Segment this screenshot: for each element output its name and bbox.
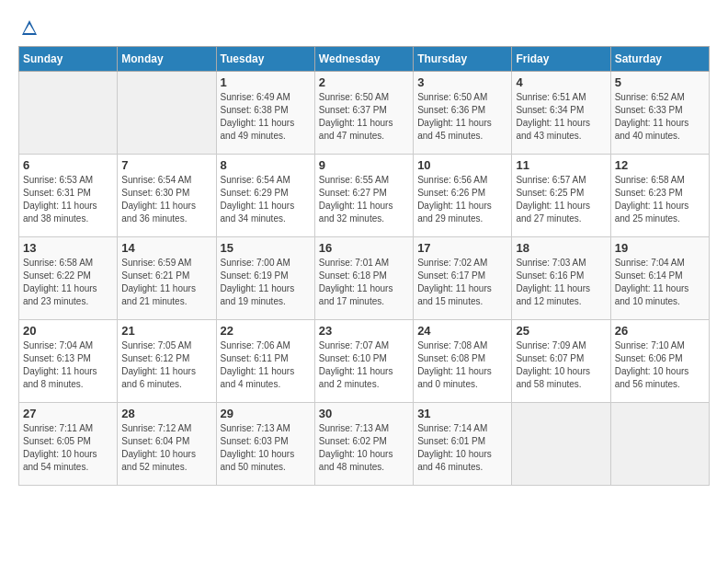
day-number: 9 — [319, 158, 409, 172]
calendar-cell: 3Sunrise: 6:50 AM Sunset: 6:36 PM Daylig… — [414, 72, 512, 155]
day-number: 7 — [121, 158, 211, 172]
day-info: Sunrise: 7:09 AM Sunset: 6:07 PM Dayligh… — [516, 339, 606, 391]
calendar-week-row: 6Sunrise: 6:53 AM Sunset: 6:31 PM Daylig… — [19, 155, 710, 237]
day-info: Sunrise: 6:53 AM Sunset: 6:31 PM Dayligh… — [23, 174, 113, 225]
calendar-cell: 31Sunrise: 7:14 AM Sunset: 6:01 PM Dayli… — [414, 403, 512, 486]
calendar-cell: 22Sunrise: 7:06 AM Sunset: 6:11 PM Dayli… — [216, 320, 314, 403]
day-info: Sunrise: 7:10 AM Sunset: 6:06 PM Dayligh… — [615, 339, 705, 391]
calendar-week-row: 1Sunrise: 6:49 AM Sunset: 6:38 PM Daylig… — [19, 72, 710, 155]
day-number: 10 — [417, 158, 507, 172]
calendar-cell: 7Sunrise: 6:54 AM Sunset: 6:30 PM Daylig… — [118, 155, 216, 237]
day-info: Sunrise: 7:11 AM Sunset: 6:05 PM Dayligh… — [23, 422, 113, 474]
day-number: 5 — [615, 75, 705, 89]
day-info: Sunrise: 6:51 AM Sunset: 6:34 PM Dayligh… — [516, 91, 606, 143]
day-number: 6 — [23, 158, 113, 172]
weekday-header: Friday — [512, 47, 610, 72]
day-info: Sunrise: 7:07 AM Sunset: 6:10 PM Dayligh… — [319, 339, 409, 391]
day-number: 3 — [417, 75, 507, 89]
calendar-cell: 2Sunrise: 6:50 AM Sunset: 6:37 PM Daylig… — [314, 72, 413, 155]
day-info: Sunrise: 6:58 AM Sunset: 6:23 PM Dayligh… — [615, 174, 705, 225]
calendar-cell: 10Sunrise: 6:56 AM Sunset: 6:26 PM Dayli… — [414, 155, 512, 237]
weekday-header: Tuesday — [216, 47, 314, 72]
day-number: 31 — [417, 407, 507, 420]
day-number: 22 — [221, 324, 311, 338]
day-number: 13 — [23, 241, 113, 255]
day-info: Sunrise: 6:56 AM Sunset: 6:26 PM Dayligh… — [417, 174, 507, 225]
weekday-header: Monday — [118, 47, 216, 72]
calendar-cell: 19Sunrise: 7:04 AM Sunset: 6:14 PM Dayli… — [610, 237, 709, 320]
day-info: Sunrise: 7:04 AM Sunset: 6:14 PM Dayligh… — [615, 257, 705, 308]
calendar-cell: 15Sunrise: 7:00 AM Sunset: 6:19 PM Dayli… — [216, 237, 314, 320]
calendar-cell: 17Sunrise: 7:02 AM Sunset: 6:17 PM Dayli… — [414, 237, 512, 320]
calendar-cell: 23Sunrise: 7:07 AM Sunset: 6:10 PM Dayli… — [314, 320, 413, 403]
calendar-week-row: 13Sunrise: 6:58 AM Sunset: 6:22 PM Dayli… — [19, 237, 710, 320]
day-number: 12 — [615, 158, 705, 172]
day-info: Sunrise: 6:59 AM Sunset: 6:21 PM Dayligh… — [121, 257, 211, 308]
calendar-cell: 9Sunrise: 6:55 AM Sunset: 6:27 PM Daylig… — [314, 155, 413, 237]
day-number: 18 — [516, 241, 606, 255]
calendar-cell: 28Sunrise: 7:12 AM Sunset: 6:04 PM Dayli… — [118, 403, 216, 486]
day-number: 4 — [516, 75, 606, 89]
day-info: Sunrise: 7:12 AM Sunset: 6:04 PM Dayligh… — [121, 422, 211, 474]
day-info: Sunrise: 6:58 AM Sunset: 6:22 PM Dayligh… — [23, 257, 113, 308]
calendar-table: SundayMondayTuesdayWednesdayThursdayFrid… — [18, 46, 710, 486]
day-info: Sunrise: 7:00 AM Sunset: 6:19 PM Dayligh… — [221, 257, 311, 308]
calendar-cell: 14Sunrise: 6:59 AM Sunset: 6:21 PM Dayli… — [118, 237, 216, 320]
day-number: 20 — [23, 324, 113, 338]
calendar-cell: 5Sunrise: 6:52 AM Sunset: 6:33 PM Daylig… — [610, 72, 709, 155]
calendar-cell: 13Sunrise: 6:58 AM Sunset: 6:22 PM Dayli… — [19, 237, 118, 320]
day-info: Sunrise: 7:14 AM Sunset: 6:01 PM Dayligh… — [417, 422, 507, 474]
calendar-cell: 18Sunrise: 7:03 AM Sunset: 6:16 PM Dayli… — [512, 237, 610, 320]
day-number: 25 — [516, 324, 606, 338]
day-number: 21 — [121, 324, 211, 338]
day-info: Sunrise: 7:13 AM Sunset: 6:03 PM Dayligh… — [221, 422, 311, 474]
calendar-cell: 6Sunrise: 6:53 AM Sunset: 6:31 PM Daylig… — [19, 155, 118, 237]
calendar-cell: 27Sunrise: 7:11 AM Sunset: 6:05 PM Dayli… — [19, 403, 118, 486]
calendar-cell: 26Sunrise: 7:10 AM Sunset: 6:06 PM Dayli… — [610, 320, 709, 403]
day-number: 26 — [615, 324, 705, 338]
day-number: 1 — [221, 75, 311, 89]
day-info: Sunrise: 7:05 AM Sunset: 6:12 PM Dayligh… — [121, 339, 211, 391]
weekday-header: Saturday — [610, 47, 709, 72]
day-number: 27 — [23, 407, 113, 420]
calendar-week-row: 20Sunrise: 7:04 AM Sunset: 6:13 PM Dayli… — [19, 320, 710, 403]
day-number: 14 — [121, 241, 211, 255]
day-number: 17 — [417, 241, 507, 255]
day-info: Sunrise: 6:50 AM Sunset: 6:36 PM Dayligh… — [417, 91, 507, 143]
day-info: Sunrise: 6:50 AM Sunset: 6:37 PM Dayligh… — [319, 91, 409, 143]
calendar-cell — [512, 403, 610, 486]
logo-icon — [20, 18, 39, 37]
calendar-week-row: 27Sunrise: 7:11 AM Sunset: 6:05 PM Dayli… — [19, 403, 710, 486]
weekday-header: Sunday — [19, 47, 118, 72]
day-number: 24 — [417, 324, 507, 338]
weekday-header-row: SundayMondayTuesdayWednesdayThursdayFrid… — [19, 47, 710, 72]
calendar-cell: 30Sunrise: 7:13 AM Sunset: 6:02 PM Dayli… — [314, 403, 413, 486]
page-header — [18, 18, 710, 37]
day-info: Sunrise: 7:03 AM Sunset: 6:16 PM Dayligh… — [516, 257, 606, 308]
calendar-cell: 25Sunrise: 7:09 AM Sunset: 6:07 PM Dayli… — [512, 320, 610, 403]
calendar-cell — [118, 72, 216, 155]
day-info: Sunrise: 6:52 AM Sunset: 6:33 PM Dayligh… — [615, 91, 705, 143]
day-info: Sunrise: 7:06 AM Sunset: 6:11 PM Dayligh… — [221, 339, 311, 391]
day-number: 30 — [319, 407, 409, 420]
calendar-cell: 21Sunrise: 7:05 AM Sunset: 6:12 PM Dayli… — [118, 320, 216, 403]
calendar-cell: 11Sunrise: 6:57 AM Sunset: 6:25 PM Dayli… — [512, 155, 610, 237]
calendar-cell: 1Sunrise: 6:49 AM Sunset: 6:38 PM Daylig… — [216, 72, 314, 155]
day-info: Sunrise: 7:02 AM Sunset: 6:17 PM Dayligh… — [417, 257, 507, 308]
day-number: 29 — [221, 407, 311, 420]
day-info: Sunrise: 6:55 AM Sunset: 6:27 PM Dayligh… — [319, 174, 409, 225]
day-info: Sunrise: 7:08 AM Sunset: 6:08 PM Dayligh… — [417, 339, 507, 391]
weekday-header: Wednesday — [314, 47, 413, 72]
day-number: 15 — [221, 241, 311, 255]
calendar-cell: 12Sunrise: 6:58 AM Sunset: 6:23 PM Dayli… — [610, 155, 709, 237]
calendar-cell: 29Sunrise: 7:13 AM Sunset: 6:03 PM Dayli… — [216, 403, 314, 486]
day-info: Sunrise: 6:57 AM Sunset: 6:25 PM Dayligh… — [516, 174, 606, 225]
day-info: Sunrise: 6:54 AM Sunset: 6:29 PM Dayligh… — [221, 174, 311, 225]
calendar-cell: 20Sunrise: 7:04 AM Sunset: 6:13 PM Dayli… — [19, 320, 118, 403]
calendar-cell — [610, 403, 709, 486]
day-number: 19 — [615, 241, 705, 255]
day-number: 8 — [221, 158, 311, 172]
weekday-header: Thursday — [414, 47, 512, 72]
logo — [18, 18, 39, 37]
calendar-cell: 8Sunrise: 6:54 AM Sunset: 6:29 PM Daylig… — [216, 155, 314, 237]
